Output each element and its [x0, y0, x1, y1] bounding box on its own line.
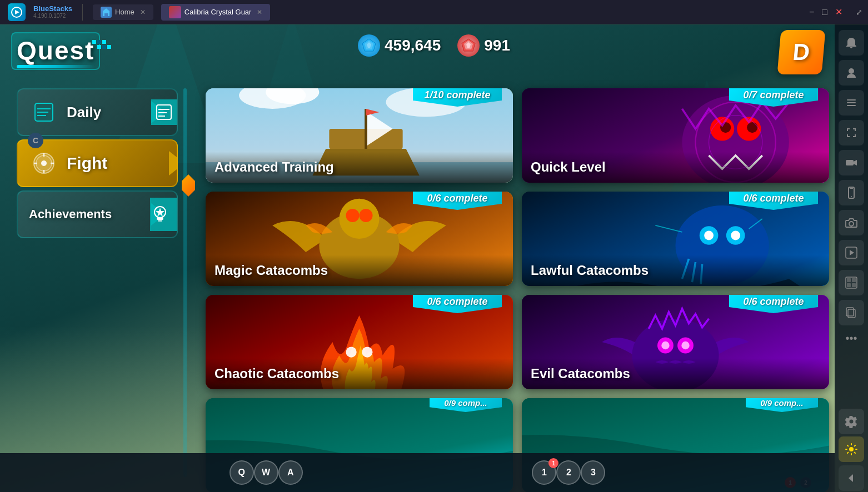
card-evil-catacombs[interactable]: 0/6 complete Evil Catacombs	[522, 295, 829, 389]
svg-rect-68	[847, 99, 856, 101]
camera-button[interactable]	[839, 210, 864, 235]
game-tab-icon	[169, 6, 181, 18]
card-lawful-catacombs[interactable]: 0/6 complete Lawful Catacombs	[522, 192, 829, 286]
lawful-catacombs-title: Lawful Catacombs	[531, 263, 648, 278]
notification-button[interactable]	[839, 30, 864, 56]
bluestacks-label: BlueStacks 4.190.0.1072	[33, 5, 72, 19]
right-sidebar: •••	[835, 24, 868, 492]
nav-item-achievements[interactable]: Achievements	[17, 190, 178, 238]
gallery-button[interactable]	[839, 270, 864, 295]
px3	[102, 40, 106, 44]
home-tab-icon	[101, 7, 112, 18]
advanced-training-title: Advanced Training	[214, 159, 334, 174]
d-button[interactable]: D	[777, 30, 826, 74]
fight-label: Fight	[67, 154, 166, 173]
quest-title-area: Quest	[17, 36, 94, 66]
blue-currency-amount: 459,645	[385, 37, 441, 54]
evil-catacombs-title: Evil Catacombs	[531, 366, 630, 381]
play-button[interactable]	[839, 240, 864, 265]
nav-item-daily[interactable]: Daily	[17, 88, 178, 136]
key-a[interactable]: A	[278, 460, 303, 485]
more-options-button[interactable]: •••	[842, 329, 860, 348]
px7	[102, 45, 106, 49]
titlebar-left: BlueStacks 4.190.0.1072 Home ✕ Calibria …	[0, 3, 809, 22]
achievements-icon-right	[143, 198, 177, 231]
expand-button[interactable]: ⤢	[856, 8, 862, 17]
tab-home[interactable]: Home ✕	[93, 4, 153, 20]
svg-point-40	[747, 122, 757, 133]
phone-button[interactable]	[839, 180, 864, 205]
key-1-label: 1	[542, 468, 547, 478]
card-quick-level[interactable]: 0/7 complete Quick Level	[522, 88, 829, 183]
svg-point-53	[731, 231, 740, 240]
svg-marker-78	[850, 250, 854, 255]
home-tab-label: Home	[115, 8, 134, 16]
back-button[interactable]	[839, 465, 864, 491]
currency-bar: 459,645 991	[358, 34, 510, 57]
lawful-catacombs-content: Lawful Catacombs	[522, 255, 829, 286]
daily-icon-right	[151, 99, 177, 125]
home-tab-close[interactable]: ✕	[140, 8, 146, 16]
quest-title-container: Quest	[17, 36, 94, 66]
main-content: 1/10 complete Advanced Training	[206, 88, 829, 448]
minimize-button[interactable]: −	[809, 7, 814, 17]
video-button[interactable]	[839, 150, 864, 175]
key-q-label: Q	[238, 468, 245, 478]
card-magic-catacombs[interactable]: 0/6 complete Magic Catacombs	[206, 192, 513, 286]
svg-point-46	[346, 209, 359, 222]
close-button[interactable]: ✕	[835, 7, 842, 17]
key-3[interactable]: 3	[581, 460, 605, 485]
c-circle: C	[28, 133, 43, 148]
copy-button[interactable]	[839, 300, 864, 325]
quest-title: Quest	[17, 36, 94, 65]
red-currency: 991	[457, 34, 510, 57]
game-tab-label: Calibria Crystal Guar	[184, 8, 252, 16]
key-3-label: 3	[591, 468, 596, 478]
divider	[82, 4, 83, 21]
svg-marker-72	[854, 160, 857, 165]
svg-point-47	[360, 209, 373, 222]
card-advanced-training[interactable]: 1/10 complete Advanced Training	[206, 88, 513, 183]
px2	[97, 40, 101, 44]
svg-point-63	[661, 342, 669, 349]
svg-point-45	[339, 199, 379, 239]
card-chaotic-catacombs[interactable]: 0/6 complete Chaotic Catacombs	[206, 295, 513, 389]
profile-button[interactable]	[839, 60, 864, 86]
red-gem-icon	[457, 34, 480, 57]
svg-rect-81	[852, 278, 856, 282]
key-2-label: 2	[566, 468, 571, 478]
menu-button[interactable]	[839, 90, 864, 116]
quest-pixel-deco	[92, 40, 111, 49]
key-q[interactable]: Q	[230, 460, 254, 485]
px1	[92, 40, 96, 44]
game-area: Quest	[0, 24, 868, 492]
quick-level-content: Quick Level	[522, 152, 829, 183]
evil-catacombs-content: Evil Catacombs	[522, 358, 829, 389]
key-1[interactable]: 1 1	[532, 460, 556, 485]
fullscreen-button[interactable]	[839, 120, 864, 145]
titlebar: BlueStacks 4.190.0.1072 Home ✕ Calibria …	[0, 0, 868, 24]
bluestacks-logo	[6, 3, 28, 22]
svg-rect-70	[847, 105, 856, 106]
magic-catacombs-content: Magic Catacombs	[206, 255, 513, 286]
settings-button[interactable]	[839, 409, 864, 434]
maximize-button[interactable]: □	[822, 7, 827, 17]
key-w[interactable]: W	[254, 460, 278, 485]
svg-rect-69	[847, 102, 856, 103]
magic-catacombs-title: Magic Catacombs	[214, 263, 328, 278]
svg-marker-25	[156, 208, 164, 217]
svg-point-57	[346, 347, 356, 357]
svg-point-19	[41, 160, 47, 166]
bluestacks-icon	[8, 3, 26, 21]
titlebar-icons: − □ ✕ ⤢	[809, 7, 862, 17]
svg-point-76	[849, 222, 854, 226]
nav-item-fight[interactable]: Fight	[17, 139, 178, 187]
svg-rect-75	[850, 188, 853, 189]
bs-version: 4.190.0.1072	[33, 13, 72, 19]
quick-level-title: Quick Level	[531, 159, 606, 174]
brightness-button[interactable]	[839, 436, 864, 462]
game-tab-close[interactable]: ✕	[257, 8, 262, 16]
key-2[interactable]: 2	[556, 460, 581, 485]
timeline-line	[183, 88, 187, 477]
tab-game[interactable]: Calibria Crystal Guar ✕	[161, 4, 271, 21]
